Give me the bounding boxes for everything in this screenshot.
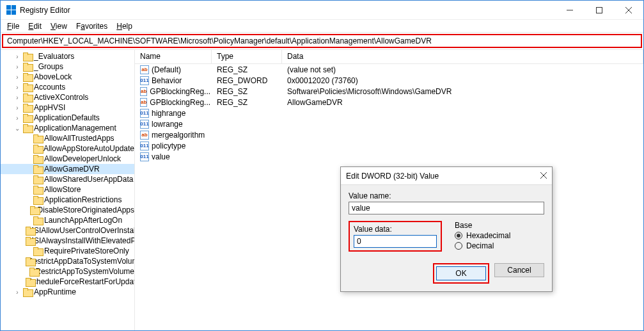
ok-button[interactable]: OK — [436, 266, 486, 280]
folder-icon — [33, 216, 42, 224]
menu-bar: File Edit View Favorites Help — [1, 20, 643, 33]
address-bar[interactable] — [6, 36, 638, 46]
tree-node[interactable]: LaunchAppAfterLogOn — [1, 215, 134, 225]
value-name: GPBlockingReg... — [150, 98, 210, 107]
col-name[interactable]: Name — [135, 50, 212, 63]
base-label: Base — [455, 221, 544, 230]
value-row[interactable]: 011value — [135, 151, 643, 162]
tree-node[interactable]: MSIAlwaysInstallWithElevatedPrivileges — [1, 236, 134, 246]
value-row[interactable]: 011lowrange — [135, 118, 643, 129]
close-button[interactable] — [614, 1, 643, 20]
menu-edit[interactable]: Edit — [24, 21, 45, 31]
reg-sz-icon: ab — [140, 131, 149, 140]
list-view[interactable]: Name Type Data ab(Default)REG_SZ(value n… — [135, 50, 643, 330]
value-row[interactable]: 011BehaviorREG_DWORD0x00012020 (73760) — [135, 75, 643, 86]
tree-view[interactable]: ›_Evaluators›_Groups›AboveLock›Accounts›… — [1, 50, 135, 330]
chevron-right-icon[interactable]: › — [13, 104, 21, 111]
tree-node[interactable]: ›AppRuntime — [1, 287, 134, 297]
folder-icon — [30, 206, 35, 214]
value-row[interactable]: ab(Default)REG_SZ(value not set) — [135, 64, 643, 75]
reg-dword-icon: 011 — [140, 76, 149, 85]
tree-node[interactable]: AllowAppStoreAutoUpdate — [1, 143, 134, 154]
chevron-right-icon[interactable]: › — [13, 289, 21, 296]
tree-node[interactable]: ›ApplicationDefaults — [1, 113, 134, 123]
minimize-button[interactable] — [555, 1, 585, 20]
tree-node[interactable]: ApplicationRestrictions — [1, 195, 134, 205]
title-bar[interactable]: Registry Editor — [1, 1, 643, 20]
chevron-down-icon[interactable]: ⌄ — [13, 125, 21, 132]
menu-file[interactable]: File — [3, 21, 23, 31]
col-data[interactable]: Data — [282, 50, 643, 63]
tree-node[interactable]: ›AppHVSI — [1, 102, 134, 113]
tree-node[interactable]: ›ActiveXControls — [1, 92, 134, 102]
value-row[interactable]: 011policytype — [135, 140, 643, 151]
radio-hexadecimal[interactable]: Hexadecimal — [455, 231, 544, 240]
value-name: value — [152, 152, 170, 161]
base-group: Base Hexadecimal Decimal — [455, 221, 544, 252]
tree-node-label: RestrictAppToSystemVolume — [35, 267, 134, 276]
menu-favorites[interactable]: Favorites — [72, 21, 111, 31]
folder-icon — [33, 247, 42, 255]
tree-node[interactable]: RestrictAppToSystemVolume — [1, 266, 134, 277]
chevron-right-icon[interactable]: › — [13, 115, 21, 122]
chevron-right-icon[interactable]: › — [13, 53, 21, 60]
value-type: REG_SZ — [212, 87, 282, 96]
value-row[interactable]: abGPBlockingReg...REG_SZAllowGameDVR — [135, 97, 643, 108]
value-row[interactable]: 011highrange — [135, 108, 643, 118]
value-row[interactable]: abGPBlockingReg...REG_SZSoftware\Policie… — [135, 86, 643, 97]
cancel-button[interactable]: Cancel — [494, 263, 544, 277]
value-data: AllowGameDVR — [282, 98, 643, 107]
dialog-title-bar[interactable]: Edit DWORD (32-bit) Value — [341, 167, 552, 185]
tree-node[interactable]: DisableStoreOriginatedApps — [1, 205, 134, 215]
tree-node[interactable]: AllowGameDVR — [1, 164, 134, 174]
folder-icon — [23, 288, 32, 296]
value-name: lowrange — [152, 120, 183, 129]
tree-node[interactable]: ScheduleForceRestartForUpdateFailures — [1, 277, 134, 287]
col-type[interactable]: Type — [212, 50, 282, 63]
list-header[interactable]: Name Type Data — [135, 50, 643, 64]
tree-node[interactable]: RestrictAppDataToSystemVolume — [1, 256, 134, 266]
tree-node[interactable]: AllowDeveloperUnlock — [1, 154, 134, 164]
tree-node[interactable]: ›_Evaluators — [1, 51, 134, 61]
value-data-field[interactable] — [354, 235, 437, 248]
radio-decimal[interactable]: Decimal — [455, 241, 544, 250]
tree-node-label: AppHVSI — [34, 103, 65, 112]
folder-icon — [23, 63, 32, 70]
value-data: 0x00012020 (73760) — [282, 76, 643, 85]
chevron-right-icon[interactable]: › — [13, 63, 21, 70]
tree-node[interactable]: AllowAllTrustedApps — [1, 133, 134, 143]
folder-icon — [33, 134, 42, 142]
tree-node-label: AllowAppStoreAutoUpdate — [43, 144, 134, 153]
tree-node[interactable]: MSIAllowUserControlOverInstall — [1, 225, 134, 236]
chevron-right-icon[interactable]: › — [13, 94, 21, 101]
tree-node[interactable]: AllowSharedUserAppData — [1, 174, 134, 184]
tree-node-label: ApplicationRestrictions — [44, 195, 122, 204]
value-name: Behavior — [152, 76, 182, 85]
folder-icon — [23, 124, 32, 132]
tree-node[interactable]: ›AboveLock — [1, 72, 134, 82]
tree-node[interactable]: ›Accounts — [1, 82, 134, 92]
menu-help[interactable]: Help — [113, 21, 136, 31]
tree-node[interactable]: ⌄ApplicationManagement — [1, 123, 134, 133]
chevron-right-icon[interactable]: › — [13, 84, 21, 91]
menu-view[interactable]: View — [47, 21, 71, 31]
folder-icon — [23, 83, 32, 91]
value-name: GPBlockingReg... — [150, 87, 210, 96]
folder-icon — [33, 145, 42, 152]
tree-node[interactable]: ›_Groups — [1, 61, 134, 72]
tree-node-label: RestrictAppDataToSystemVolume — [27, 257, 135, 266]
reg-dword-icon: 011 — [140, 141, 149, 150]
value-row[interactable]: abmergealgorithm — [135, 129, 643, 140]
tree-node[interactable]: RequirePrivateStoreOnly — [1, 246, 134, 256]
maximize-button[interactable] — [585, 1, 614, 20]
value-name-field[interactable] — [349, 202, 544, 214]
tree-node[interactable]: AllowStore — [1, 184, 134, 195]
dialog-close-button[interactable] — [540, 172, 547, 181]
tree-node-label: AboveLock — [34, 72, 72, 81]
value-data-highlight: Value data: — [349, 221, 442, 252]
chevron-right-icon[interactable]: › — [13, 74, 21, 81]
folder-icon — [23, 104, 32, 111]
tree-node-label: LaunchAppAfterLogOn — [44, 216, 122, 225]
reg-sz-icon: ab — [140, 65, 149, 74]
reg-dword-icon: 011 — [140, 120, 149, 129]
